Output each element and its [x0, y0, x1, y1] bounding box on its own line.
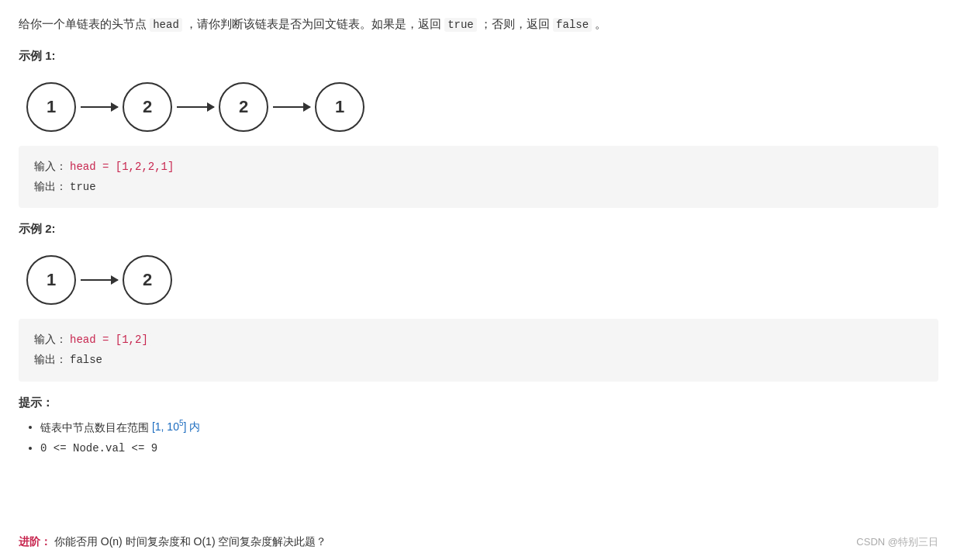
tip1-text: 链表中节点数目在范围: [40, 420, 152, 433]
tip2-code: 0 <= Node.val <= 9: [40, 442, 157, 455]
arrow-e2-1: [81, 279, 118, 281]
node-e2-2: 2: [123, 255, 172, 305]
example2-input: 输入：head = [1,2]: [34, 330, 923, 350]
example1-input-value: head = [1,2,2,1]: [67, 160, 177, 174]
example1-block: 输入：head = [1,2,2,1] 输出：true: [19, 146, 938, 208]
example1-output: 输出：true: [34, 177, 923, 197]
node-2a: 2: [123, 82, 172, 132]
example1-diagram: 1 2 2 1: [19, 71, 938, 138]
node-e2-1: 1: [26, 255, 76, 305]
true-code: true: [444, 18, 477, 32]
arrow-2: [177, 106, 214, 108]
arrow-1: [81, 106, 118, 108]
node-1b: 1: [315, 82, 364, 132]
example2-input-value: head = [1,2]: [67, 333, 151, 347]
example1-input-label: 输入：: [34, 160, 67, 172]
example2-output-value: false: [67, 353, 105, 367]
example1-input: 输入：head = [1,2,2,1]: [34, 157, 923, 177]
example1-output-label: 输出：: [34, 180, 67, 192]
example1-output-value: true: [67, 180, 99, 194]
tip-item-2: 0 <= Node.val <= 9: [40, 437, 938, 459]
tip1-range: [1, 105] 内: [152, 420, 200, 433]
head-code: head: [150, 18, 182, 32]
tip-item-1: 链表中节点数目在范围 [1, 105] 内: [40, 417, 938, 437]
arrow-3: [273, 106, 310, 108]
example2-diagram: 1 2: [19, 244, 938, 311]
false-code: false: [553, 18, 592, 32]
problem-description: 给你一个单链表的头节点 head ，请你判断该链表是否为回文链表。如果是，返回 …: [19, 14, 938, 35]
example2-output-label: 输出：: [34, 353, 67, 365]
example2-input-label: 输入：: [34, 333, 67, 345]
example2-block: 输入：head = [1,2] 输出：false: [19, 319, 938, 381]
node-2b: 2: [219, 82, 268, 132]
tips-title: 提示：: [19, 396, 938, 410]
example2-title: 示例 2:: [19, 222, 938, 237]
tips-list: 链表中节点数目在范围 [1, 105] 内 0 <= Node.val <= 9: [19, 417, 938, 459]
node-1a: 1: [26, 82, 76, 132]
tips-section: 提示： 链表中节点数目在范围 [1, 105] 内 0 <= Node.val …: [19, 396, 938, 459]
example1-title: 示例 1:: [19, 49, 938, 64]
example2-output: 输出：false: [34, 350, 923, 370]
